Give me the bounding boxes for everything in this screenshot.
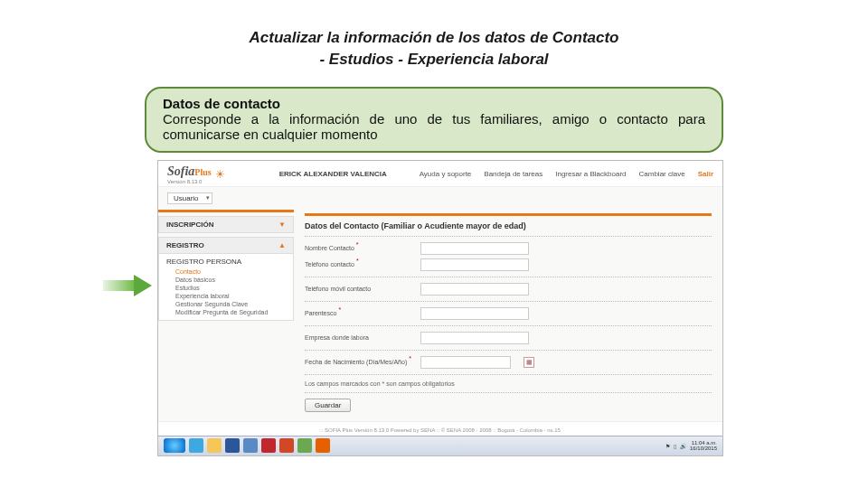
nav-help[interactable]: Ayuda y soporte: [420, 170, 472, 178]
input-nombre[interactable]: [420, 242, 529, 255]
tray-network-icon[interactable]: ▯: [674, 443, 676, 449]
sidebar-item-segunda-clave[interactable]: Gestionar Segunda Clave: [159, 300, 293, 308]
arrow-pointer-icon: [103, 275, 157, 296]
start-button-icon[interactable]: [164, 438, 185, 453]
sidebar-item-experiencia[interactable]: Experiencia laboral: [159, 292, 293, 300]
row-empresa: Empresa donde labora: [305, 332, 712, 344]
save-button[interactable]: Guardar: [305, 399, 351, 412]
tray-flag-icon[interactable]: ⚑: [665, 443, 670, 449]
label-telefono: Teléfono contacto*: [305, 261, 413, 267]
label-parentesco: Parentesco*: [305, 310, 413, 316]
topbar-username: ERICK ALEXANDER VALENCIA: [279, 170, 387, 178]
content-accent: [305, 213, 712, 216]
role-select[interactable]: Usuario: [167, 192, 212, 204]
sidebar-item-datos-basicos[interactable]: Datos básicos: [159, 276, 293, 284]
input-fecha[interactable]: [420, 356, 511, 369]
taskbar: ⚑ ▯ 🔊 11:04 a.m. 16/10/2015: [158, 436, 722, 455]
row-nombre: Nombre Contacto*: [305, 242, 712, 255]
chevron-up-icon: ▲: [278, 241, 286, 249]
powerpoint-icon[interactable]: [279, 438, 294, 453]
folder-icon[interactable]: [207, 438, 222, 453]
input-empresa[interactable]: [420, 332, 529, 344]
topbar: SofiaPlus Versión 8.13.0 ☀ ERICK ALEXAND…: [158, 161, 722, 187]
row-telefono: Teléfono contacto*: [305, 258, 712, 271]
row-parentesco: Parentesco*: [305, 307, 712, 320]
excel-icon[interactable]: [297, 438, 312, 453]
word-icon[interactable]: [225, 438, 240, 453]
topnav: Ayuda y soporte Bandeja de tareas Ingres…: [420, 170, 713, 178]
sidebar-item-contacto[interactable]: Contacto: [159, 267, 293, 276]
content: Datos del Contacto (Familiar o Acudiente…: [294, 210, 722, 421]
info-callout: Datos de contacto Corresponde a la infor…: [145, 87, 723, 153]
nav-password[interactable]: Cambiar clave: [639, 170, 685, 178]
firefox-icon[interactable]: [316, 438, 330, 453]
slide-title: Actualizar la información de los datos d…: [0, 0, 868, 80]
app-icon[interactable]: [243, 438, 258, 453]
sidebar-group-title: REGISTRO PERSONA: [159, 257, 293, 267]
clock[interactable]: 11:04 a.m. 16/10/2015: [690, 440, 717, 451]
logo-version: Versión 8.13.0: [167, 179, 212, 184]
title-line1: Actualizar la información de los datos d…: [249, 29, 618, 46]
sidebar-item-pregunta[interactable]: Modificar Pregunta de Seguridad: [159, 308, 293, 316]
tray-sound-icon[interactable]: 🔊: [680, 443, 686, 449]
sidebar-registro[interactable]: REGISTRO ▲: [158, 237, 294, 254]
chevron-down-icon: ▼: [278, 221, 286, 229]
logo-brand: SofiaPlus: [167, 164, 212, 178]
calendar-icon[interactable]: ▦: [524, 357, 534, 368]
title-line2: - Estudios - Experiencia laboral: [319, 51, 548, 68]
row-movil: Teléfono móvil contacto: [305, 283, 712, 296]
footer-text: :: SOFIA Plus Versión 8.13.0 Powered by …: [158, 421, 722, 436]
sidebar-inscripcion[interactable]: INSCRIPCIÓN ▼: [158, 216, 294, 233]
sidebar: INSCRIPCIÓN ▼ REGISTRO ▲ REGISTRO PERSON…: [158, 210, 294, 421]
input-movil[interactable]: [420, 283, 529, 296]
row-fecha: Fecha de Nacimiento (Día/Mes/Año)* ▦: [305, 356, 712, 369]
sidebar-item-estudios[interactable]: Estudios: [159, 284, 293, 292]
nav-blackboard[interactable]: Ingresar a Blackboard: [555, 170, 626, 178]
label-fecha: Fecha de Nacimiento (Día/Mes/Año)*: [305, 359, 413, 365]
nav-exit[interactable]: Salir: [698, 170, 713, 178]
ie-icon[interactable]: [189, 438, 203, 453]
label-empresa: Empresa donde labora: [305, 334, 413, 341]
app-screenshot: SofiaPlus Versión 8.13.0 ☀ ERICK ALEXAND…: [157, 160, 723, 456]
section-title: Datos del Contacto (Familiar o Acudiente…: [305, 221, 712, 230]
pdf-icon[interactable]: [261, 438, 276, 453]
nav-tasks[interactable]: Bandeja de tareas: [484, 170, 542, 178]
input-telefono[interactable]: [420, 258, 529, 271]
sidebar-accent: [158, 210, 294, 212]
main-area: INSCRIPCIÓN ▼ REGISTRO ▲ REGISTRO PERSON…: [158, 210, 722, 421]
person-icon: ☀: [215, 168, 225, 181]
info-heading: Datos de contacto: [163, 96, 280, 111]
label-movil: Teléfono móvil contacto: [305, 286, 413, 292]
logo: SofiaPlus Versión 8.13.0 ☀: [167, 164, 225, 184]
required-note: Los campos marcados con * son campos obl…: [305, 380, 712, 387]
role-bar: Usuario: [158, 187, 722, 210]
input-parentesco[interactable]: [420, 307, 529, 320]
label-nombre: Nombre Contacto*: [305, 245, 413, 251]
system-tray: ⚑ ▯ 🔊 11:04 a.m. 16/10/2015: [665, 440, 717, 451]
sidebar-group: REGISTRO PERSONA Contacto Datos básicos …: [158, 254, 294, 321]
info-body: Corresponde a la información de uno de t…: [163, 111, 705, 142]
